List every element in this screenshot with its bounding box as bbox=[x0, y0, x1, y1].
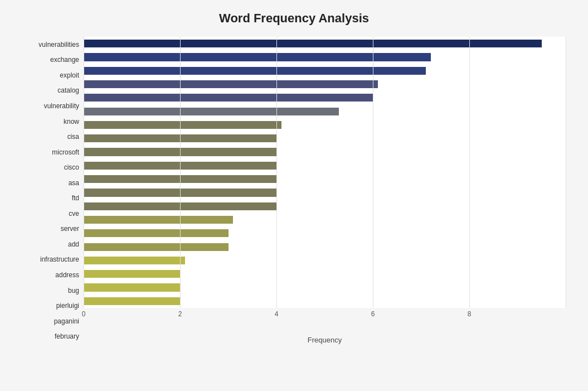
bar bbox=[84, 162, 276, 170]
y-axis-label: server bbox=[61, 221, 79, 237]
y-axis-labels: vulnerabilitiesexchangeexploitcatalogvul… bbox=[22, 37, 84, 344]
bar-row bbox=[84, 254, 566, 267]
y-axis-label: know bbox=[64, 114, 79, 129]
bar bbox=[84, 189, 276, 196]
bar bbox=[84, 216, 233, 224]
bar-row bbox=[84, 118, 566, 132]
y-axis-label: vulnerabilities bbox=[38, 37, 79, 52]
bar-row bbox=[84, 159, 566, 172]
y-axis-label: add bbox=[68, 236, 79, 252]
bars-area bbox=[84, 37, 566, 308]
y-axis-label: bug bbox=[68, 283, 79, 298]
bar-row bbox=[84, 78, 566, 91]
bar-row bbox=[84, 37, 566, 50]
y-axis-label: address bbox=[55, 267, 79, 283]
bar bbox=[84, 134, 276, 142]
bar bbox=[84, 80, 378, 88]
bar-row bbox=[84, 267, 566, 281]
bar-row bbox=[84, 64, 566, 78]
x-tick: 8 bbox=[468, 310, 472, 318]
y-axis-label: exploit bbox=[60, 67, 79, 83]
y-axis-label: asa bbox=[69, 175, 79, 191]
bar bbox=[84, 270, 180, 278]
bar-row bbox=[84, 281, 566, 294]
bar-row bbox=[84, 240, 566, 253]
bar bbox=[84, 257, 185, 264]
bar bbox=[84, 53, 431, 61]
chart-title: Word Frequency Analysis bbox=[22, 11, 566, 26]
bar bbox=[84, 67, 426, 75]
bar bbox=[84, 243, 229, 251]
bar bbox=[84, 94, 373, 102]
bar bbox=[84, 40, 542, 47]
y-axis-label: microsoft bbox=[52, 144, 79, 160]
y-axis-label: exchange bbox=[50, 52, 79, 68]
x-tick: 2 bbox=[178, 310, 182, 318]
bar-row bbox=[84, 295, 566, 308]
bar bbox=[84, 283, 180, 291]
bar-row bbox=[84, 172, 566, 186]
bar-row bbox=[84, 91, 566, 104]
y-axis-label: paganini bbox=[54, 313, 79, 329]
y-axis-label: vulnerability bbox=[44, 98, 79, 114]
grid-line bbox=[566, 37, 566, 308]
y-axis-label: ftd bbox=[72, 190, 79, 206]
bar-row bbox=[84, 186, 566, 199]
bars-section: 02468 Frequency bbox=[84, 37, 566, 344]
y-axis-label: february bbox=[55, 329, 79, 344]
bar bbox=[84, 121, 281, 129]
bar bbox=[84, 108, 339, 115]
bar-row bbox=[84, 145, 566, 158]
y-axis-label: pierluigi bbox=[56, 298, 79, 313]
y-axis-label: cisco bbox=[64, 160, 79, 175]
y-axis-label: infrastructure bbox=[40, 252, 79, 268]
bar bbox=[84, 229, 229, 237]
x-tick: 4 bbox=[275, 310, 279, 318]
bar bbox=[84, 297, 180, 305]
bar-row bbox=[84, 226, 566, 240]
bar bbox=[84, 202, 276, 210]
bar bbox=[84, 175, 276, 183]
x-tick: 6 bbox=[371, 310, 375, 318]
bar-row bbox=[84, 200, 566, 213]
x-tick: 0 bbox=[82, 310, 86, 318]
bar-row bbox=[84, 104, 566, 118]
bar-row bbox=[84, 132, 566, 145]
x-axis-label: Frequency bbox=[84, 336, 566, 344]
bar-row bbox=[84, 50, 566, 64]
chart-area: vulnerabilitiesexchangeexploitcatalogvul… bbox=[22, 37, 566, 344]
y-axis-label: catalog bbox=[57, 83, 79, 99]
chart-container: Word Frequency Analysis vulnerabilitiese… bbox=[0, 0, 588, 391]
bar-row bbox=[84, 213, 566, 226]
y-axis-label: cve bbox=[69, 206, 79, 221]
bar bbox=[84, 148, 276, 156]
y-axis-label: cisa bbox=[67, 129, 79, 144]
